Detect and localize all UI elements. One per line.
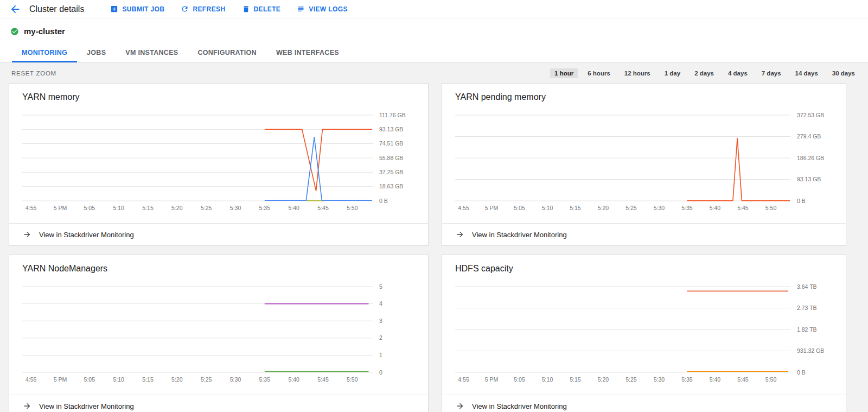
- x-tick-label: 5:45: [737, 376, 749, 383]
- x-tick-label: 5:05: [514, 376, 525, 383]
- series-orange-line: [265, 129, 372, 191]
- y-tick-label: 0 B: [797, 369, 806, 376]
- x-tick-label: 5:30: [654, 205, 665, 211]
- y-tick-label: 0 B: [379, 198, 388, 204]
- time-range-4-days[interactable]: 4 days: [724, 68, 752, 78]
- x-tick-label: 5:10: [113, 205, 124, 211]
- x-tick-label: 4:55: [458, 376, 469, 383]
- time-range-1-day[interactable]: 1 day: [660, 68, 685, 78]
- x-tick-label: 5:45: [737, 205, 749, 211]
- x-tick-label: 5:25: [201, 205, 212, 211]
- stackdriver-link-label: View in Stackdriver Monitoring: [39, 231, 134, 239]
- stackdriver-link[interactable]: View in Stackdriver Monitoring: [442, 223, 846, 245]
- y-tick-label: 3.64 TB: [797, 283, 817, 290]
- x-tick-label: 5:05: [84, 205, 95, 211]
- x-tick-label: 5:15: [570, 205, 581, 211]
- tab-monitoring[interactable]: MONITORING: [12, 43, 77, 62]
- arrow-right-icon: [456, 402, 464, 410]
- chart-canvas: 5432104:555 PM5:055:105:155:205:255:305:…: [22, 280, 415, 385]
- refresh-button[interactable]: REFRESH: [181, 5, 225, 13]
- tab-vm-instances[interactable]: VM INSTANCES: [116, 43, 188, 62]
- x-tick-label: 5:40: [288, 376, 299, 383]
- chart-card: YARN pending memory 372.53 GB279.4 GB186…: [442, 83, 846, 246]
- time-range-6-hours[interactable]: 6 hours: [583, 68, 615, 78]
- x-tick-label: 5:25: [626, 376, 637, 383]
- tab-web-interfaces[interactable]: WEB INTERFACES: [266, 43, 349, 62]
- x-tick-label: 5:20: [171, 376, 183, 383]
- tab-jobs[interactable]: JOBS: [77, 43, 116, 62]
- trash-icon: [242, 5, 250, 13]
- y-tick-label: 55.88 GB: [379, 155, 403, 161]
- arrow-left-icon: [9, 3, 21, 15]
- back-button[interactable]: [8, 2, 23, 17]
- x-tick-label: 5:25: [201, 376, 212, 383]
- delete-button[interactable]: DELETE: [242, 5, 281, 13]
- x-tick-label: 5:10: [113, 376, 124, 383]
- x-tick-label: 5:35: [259, 205, 271, 211]
- y-tick-label: 1.82 TB: [797, 326, 817, 333]
- x-tick-label: 5:40: [288, 205, 299, 211]
- page-title: Cluster details: [29, 4, 84, 14]
- time-range-1-hour[interactable]: 1 hour: [550, 68, 578, 78]
- refresh-icon: [181, 5, 189, 13]
- chart-title: YARN pending memory: [455, 92, 833, 102]
- time-range-7-days[interactable]: 7 days: [757, 68, 786, 78]
- time-range-2-days[interactable]: 2 days: [690, 68, 718, 78]
- x-tick-label: 5:50: [765, 376, 777, 383]
- x-tick-label: 5:50: [347, 205, 358, 211]
- stackdriver-link-label: View in Stackdriver Monitoring: [472, 231, 567, 239]
- y-tick-label: 372.53 GB: [797, 112, 824, 118]
- x-tick-label: 5:20: [171, 205, 183, 211]
- arrow-right-icon: [23, 230, 31, 239]
- x-tick-label: 5:05: [84, 376, 95, 383]
- chart-title: YARN memory: [22, 92, 415, 102]
- submit-job-button[interactable]: SUBMIT JOB: [110, 5, 164, 13]
- x-tick-label: 5:40: [710, 376, 721, 383]
- x-tick-label: 5:35: [259, 376, 271, 383]
- tab-configuration[interactable]: CONFIGURATION: [188, 43, 266, 62]
- y-tick-label: 3: [379, 318, 382, 324]
- arrow-right-icon: [23, 402, 31, 410]
- x-tick-label: 5:35: [681, 205, 693, 211]
- y-tick-label: 1: [379, 352, 382, 358]
- series-blue-line: [265, 137, 372, 201]
- x-tick-label: 5:35: [681, 376, 693, 383]
- x-tick-label: 5:10: [542, 205, 553, 211]
- y-tick-label: 18.63 GB: [379, 183, 403, 189]
- stackdriver-link-label: View in Stackdriver Monitoring: [472, 402, 567, 410]
- chart-canvas: 111.76 GB93.13 GB74.51 GB55.88 GB37.25 G…: [22, 109, 415, 214]
- top-toolbar: Cluster details SUBMIT JOB REFRESH DELET…: [0, 0, 868, 18]
- time-range-14-days[interactable]: 14 days: [791, 68, 822, 78]
- cluster-header: my-cluster: [0, 18, 868, 43]
- x-tick-label: 5:25: [626, 205, 637, 211]
- y-tick-label: 2: [379, 334, 382, 341]
- chart-title: HDFS capacity: [455, 264, 833, 274]
- y-tick-label: 931.32 GB: [797, 347, 824, 354]
- chart-canvas: 3.64 TB2.73 TB1.82 TB931.32 GB0 B4:555 P…: [455, 280, 833, 385]
- view-logs-button[interactable]: VIEW LOGS: [297, 5, 348, 13]
- delete-label: DELETE: [254, 5, 281, 13]
- charts-grid: YARN memory 111.76 GB93.13 GB74.51 GB55.…: [0, 83, 868, 412]
- stackdriver-link[interactable]: View in Stackdriver Monitoring: [442, 395, 846, 412]
- time-range-30-days[interactable]: 30 days: [828, 68, 859, 78]
- x-tick-label: 5:30: [654, 376, 665, 383]
- arrow-right-icon: [456, 230, 464, 239]
- time-range-12-hours[interactable]: 12 hours: [620, 68, 655, 78]
- x-tick-label: 5:15: [142, 205, 154, 211]
- chart-card: YARN NodeManagers 5432104:555 PM5:055:10…: [9, 255, 429, 412]
- chart-canvas: 372.53 GB279.4 GB186.26 GB93.13 GB0 B4:5…: [455, 109, 833, 214]
- cluster-details-page: Cluster details SUBMIT JOB REFRESH DELET…: [0, 0, 868, 412]
- chart-card: HDFS capacity 3.64 TB2.73 TB1.82 TB931.3…: [442, 255, 846, 412]
- reset-zoom-button[interactable]: RESET ZOOM: [11, 70, 56, 77]
- monitoring-panel: RESET ZOOM 1 hour6 hours12 hours1 day2 d…: [0, 63, 868, 412]
- x-tick-label: 5:45: [317, 205, 329, 211]
- y-tick-label: 279.4 GB: [797, 133, 821, 140]
- stackdriver-link[interactable]: View in Stackdriver Monitoring: [9, 223, 428, 245]
- y-tick-label: 93.13 GB: [379, 126, 403, 132]
- series-orange-line: [687, 138, 790, 201]
- check-circle-icon: [10, 27, 19, 36]
- stackdriver-link[interactable]: View in Stackdriver Monitoring: [9, 395, 428, 412]
- x-tick-label: 5:20: [598, 205, 609, 211]
- refresh-label: REFRESH: [193, 5, 225, 13]
- x-tick-label: 5:10: [542, 376, 553, 383]
